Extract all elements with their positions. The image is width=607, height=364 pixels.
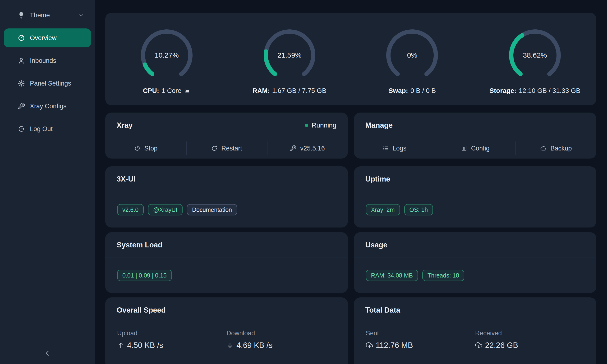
cloud-upload-icon	[366, 342, 373, 349]
uptime-card-title: Uptime	[365, 175, 390, 183]
download-value: 4.69 KB /s	[237, 341, 272, 350]
ram-caption: RAM: 1.67 GB / 7.75 GB	[252, 87, 327, 94]
total-data-card: Total Data Sent 112.76 MB	[354, 298, 596, 364]
sent-metric: Sent 112.76 MB	[366, 330, 475, 364]
os-uptime-tag: OS: 1h	[404, 204, 433, 215]
running-dot-icon	[305, 124, 308, 127]
sidebar: Theme Overview Inbounds Panel Settings	[0, 0, 95, 364]
xui-card-title: 3X-UI	[117, 175, 135, 183]
lightbulb-icon	[18, 11, 25, 19]
swap-caption: Swap: 0 B / 0 B	[388, 87, 436, 94]
logs-button[interactable]: Logs	[354, 138, 435, 158]
list-icon	[382, 145, 389, 152]
sent-label: Sent	[366, 330, 475, 337]
xrayui-link-tag[interactable]: @XrayUI	[148, 204, 183, 215]
cpu-caption: CPU: 1 Core	[143, 87, 191, 94]
swap-gauge: 0% Swap: 0 B / 0 B	[351, 27, 474, 94]
sidebar-item-theme[interactable]: Theme	[4, 6, 91, 25]
system-load-card: System Load 0.01 | 0.09 | 0.15	[105, 232, 348, 293]
threads-tag: Threads: 18	[422, 270, 464, 281]
received-label: Received	[475, 330, 584, 337]
system-gauges-card: 10.27% CPU: 1 Core 21.59%	[105, 13, 596, 105]
storage-caption: Storage: 12.10 GB / 31.33 GB	[489, 87, 581, 94]
sidebar-item-inbounds[interactable]: Inbounds	[4, 51, 91, 70]
cloud-icon	[540, 145, 547, 152]
backup-button[interactable]: Backup	[515, 138, 596, 158]
manage-card: Manage Logs	[354, 113, 596, 158]
xray-status-badge: Running	[305, 122, 336, 129]
sidebar-item-overview[interactable]: Overview	[4, 28, 91, 47]
storage-percent: 38.62%	[506, 27, 563, 84]
restart-button[interactable]: Restart	[186, 138, 267, 158]
area-chart-icon[interactable]	[184, 88, 190, 94]
swap-percent: 0%	[384, 27, 441, 84]
power-icon	[134, 145, 141, 152]
chevron-left-icon	[43, 349, 52, 357]
cpu-percent: 10.27%	[138, 27, 195, 84]
ram-gauge: 21.59% RAM: 1.67 GB / 7.75 GB	[228, 27, 351, 94]
ram-percent: 21.59%	[261, 27, 318, 84]
xray-card-title: Xray	[117, 121, 132, 130]
manage-card-title: Manage	[365, 121, 393, 130]
uptime-card: Uptime Xray: 2m OS: 1h	[354, 166, 596, 228]
sidebar-item-label: Log Out	[30, 125, 53, 133]
usage-card: Usage RAM: 34.08 MB Threads: 18	[354, 232, 596, 293]
stop-button[interactable]: Stop	[105, 138, 186, 158]
upload-metric: Upload 4.50 KB /s	[117, 330, 226, 364]
storage-gauge: 38.62% Storage: 12.10 GB / 31.33 GB	[474, 27, 596, 94]
sidebar-item-label: Theme	[30, 12, 50, 19]
total-data-title: Total Data	[365, 306, 400, 314]
xray-uptime-tag: Xray: 2m	[366, 204, 400, 215]
refresh-icon	[211, 145, 218, 152]
sent-value: 112.76 MB	[376, 341, 413, 350]
sidebar-item-label: Xray Configs	[30, 103, 67, 110]
system-load-title: System Load	[117, 241, 162, 249]
documentation-tag[interactable]: Documentation	[187, 204, 237, 215]
xray-card: Xray Running Stop	[105, 113, 348, 158]
cloud-download-icon	[475, 342, 482, 349]
main-content: 10.27% CPU: 1 Core 21.59%	[105, 13, 596, 364]
wrench-icon	[18, 102, 25, 110]
sidebar-item-log-out[interactable]: Log Out	[4, 119, 91, 138]
arrow-up-icon	[117, 342, 124, 349]
xui-version-tag[interactable]: v2.6.0	[117, 204, 144, 215]
sidebar-item-panel-settings[interactable]: Panel Settings	[4, 74, 91, 93]
arrow-down-icon	[226, 342, 234, 349]
user-icon	[18, 57, 25, 65]
xray-version-button[interactable]: v25.5.16	[267, 138, 348, 158]
logout-icon	[18, 125, 25, 133]
gauge-icon	[18, 34, 25, 42]
sidebar-item-label: Overview	[30, 34, 57, 42]
xray-status-text: Running	[312, 122, 336, 129]
cpu-gauge: 10.27% CPU: 1 Core	[105, 27, 228, 94]
received-metric: Received 22.26 GB	[475, 330, 584, 364]
upload-label: Upload	[117, 330, 226, 337]
sidebar-item-xray-configs[interactable]: Xray Configs	[4, 97, 91, 116]
sidebar-item-label: Inbounds	[30, 57, 56, 65]
overall-speed-title: Overall Speed	[117, 306, 166, 314]
xui-card: 3X-UI v2.6.0 @XrayUI Documentation	[105, 166, 348, 228]
sidebar-collapse-button[interactable]	[0, 349, 95, 357]
config-button[interactable]: Config	[435, 138, 515, 158]
chevron-down-icon	[78, 12, 84, 18]
usage-card-title: Usage	[365, 241, 387, 249]
sliders-icon	[461, 145, 467, 152]
upload-value: 4.50 KB /s	[127, 341, 163, 350]
download-metric: Download 4.69 KB /s	[226, 330, 336, 364]
received-value: 22.26 GB	[485, 341, 518, 350]
ram-usage-tag: RAM: 34.08 MB	[366, 270, 418, 281]
wrench-icon	[290, 145, 296, 152]
load-average-tag: 0.01 | 0.09 | 0.15	[117, 270, 172, 281]
download-label: Download	[226, 330, 336, 337]
sidebar-item-label: Panel Settings	[30, 80, 71, 87]
gear-icon	[18, 80, 25, 87]
overall-speed-card: Overall Speed Upload 4.50 KB /s	[105, 298, 348, 364]
